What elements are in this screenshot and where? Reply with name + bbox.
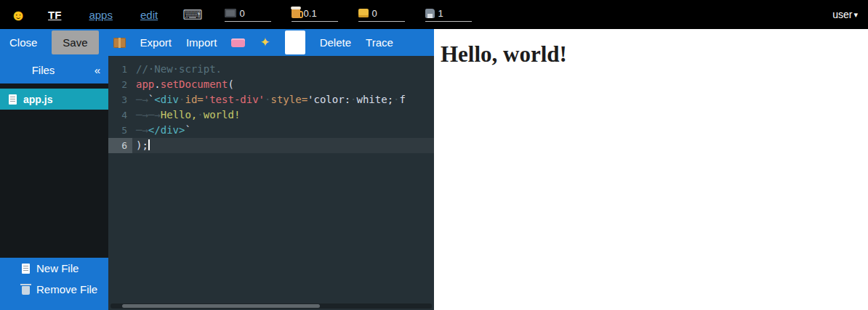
editor-horizontal-scrollbar[interactable] <box>110 303 432 309</box>
page-icon <box>22 264 30 274</box>
line-number: 3 <box>108 92 132 107</box>
main-area: CloseSaveExportImport✦DeleteTrace Files … <box>0 29 868 310</box>
beer-value: 0.1 <box>304 8 317 19</box>
line-number: 5 <box>108 123 132 138</box>
collapse-sidebar-button[interactable]: « <box>87 64 108 76</box>
soap-icon <box>231 38 245 47</box>
editor-lines: 1//·New·script.2app.setDocument(3─→`<div… <box>108 62 434 153</box>
user-menu[interactable]: user▾ <box>832 9 858 20</box>
line-code: ─→─→Hello,·world! <box>132 107 240 123</box>
toolbar: CloseSaveExportImport✦DeleteTrace <box>0 29 434 56</box>
editor-line-5[interactable]: 5─→</div>` <box>108 123 434 138</box>
sidebar-footer <box>0 300 108 310</box>
editor-line-1[interactable]: 1//·New·script. <box>108 62 434 77</box>
editor-line-2[interactable]: 2app.setDocument( <box>108 77 434 92</box>
editor-line-4[interactable]: 4─→─→Hello,·world! <box>108 107 434 123</box>
editor-line-3[interactable]: 3─→`<div·id='test-div'·style='color:·whi… <box>108 92 434 107</box>
topbar-stats: 00.101 <box>225 8 472 22</box>
line-code: ─→</div>` <box>132 123 191 138</box>
sidebar-actions: New FileRemove File <box>0 258 108 300</box>
line-number: 1 <box>108 62 132 77</box>
money-value: 0 <box>372 8 377 19</box>
files-panel-header: Files « <box>0 56 108 83</box>
caret-down-icon: ▾ <box>853 10 858 20</box>
preview-pane: Hello, world! <box>434 29 868 310</box>
floppy-icon <box>425 9 435 18</box>
file-item-app.js[interactable]: app.js <box>0 89 108 110</box>
workspace: Files « app.js New FileRemove File 1//·N… <box>0 56 434 310</box>
smiley-logo-icon[interactable]: ☻ <box>10 7 26 23</box>
file-list: app.js <box>0 83 108 258</box>
nav-link-edit[interactable]: edit <box>140 9 158 21</box>
keyboard-icon[interactable]: ⌨ <box>182 8 202 22</box>
new-file-label: New File <box>36 262 79 274</box>
line-code: ─→`<div·id='test-div'·style='color:·whit… <box>132 92 406 107</box>
code-editor[interactable]: 1//·New·script.2app.setDocument(3─→`<div… <box>108 56 434 310</box>
beer-icon <box>292 9 300 18</box>
floppy-value: 1 <box>438 8 443 19</box>
export-button[interactable]: Export <box>140 36 172 49</box>
nav-link-apps[interactable]: apps <box>89 9 113 21</box>
line-number: 2 <box>108 77 132 92</box>
color-swatch-button[interactable] <box>285 30 305 54</box>
top-bar: ☻ TF apps edit ⌨ 00.101 user▾ <box>0 0 868 29</box>
trash-icon <box>22 286 30 295</box>
delete-button[interactable]: Delete <box>320 36 351 49</box>
files-header: Files <box>0 64 87 76</box>
monitor-icon <box>225 9 236 17</box>
preview-heading: Hello, world! <box>441 41 868 68</box>
line-code: ); <box>132 138 150 153</box>
app-window: ☻ TF apps edit ⌨ 00.101 user▾ CloseSaveE… <box>0 0 868 310</box>
new-file-button[interactable]: New File <box>0 258 108 279</box>
user-label: user <box>832 9 852 20</box>
package-icon <box>113 38 126 48</box>
package-button[interactable] <box>113 38 126 48</box>
editor-line-6[interactable]: 6); <box>108 138 434 153</box>
floppy-stat[interactable]: 1 <box>425 8 472 22</box>
money-stat[interactable]: 0 <box>358 8 405 22</box>
monitor-stat[interactable]: 0 <box>225 8 271 22</box>
editor-pane: CloseSaveExportImport✦DeleteTrace Files … <box>0 29 434 310</box>
save-button[interactable]: Save <box>52 30 98 54</box>
close-button[interactable]: Close <box>9 36 37 49</box>
beer-stat[interactable]: 0.1 <box>292 8 338 22</box>
line-code: app.setDocument( <box>132 77 234 92</box>
soap-button[interactable] <box>231 38 245 47</box>
file-name: app.js <box>23 94 52 105</box>
file-icon <box>9 94 17 105</box>
sparkles-button[interactable]: ✦ <box>260 36 270 49</box>
remove-file-label: Remove File <box>36 283 97 295</box>
sidebar: Files « app.js New FileRemove File <box>0 56 108 310</box>
money-icon <box>358 9 369 17</box>
brand-link[interactable]: TF <box>48 9 61 21</box>
remove-file-button[interactable]: Remove File <box>0 279 108 300</box>
monitor-value: 0 <box>240 8 245 19</box>
trace-button[interactable]: Trace <box>366 36 393 49</box>
line-number: 6 <box>108 138 132 153</box>
line-code: //·New·script. <box>132 62 222 77</box>
text-cursor <box>148 139 150 150</box>
sparkles-icon: ✦ <box>260 36 270 49</box>
import-button[interactable]: Import <box>186 36 217 49</box>
line-number: 4 <box>108 107 132 123</box>
scrollbar-thumb[interactable] <box>122 304 320 308</box>
